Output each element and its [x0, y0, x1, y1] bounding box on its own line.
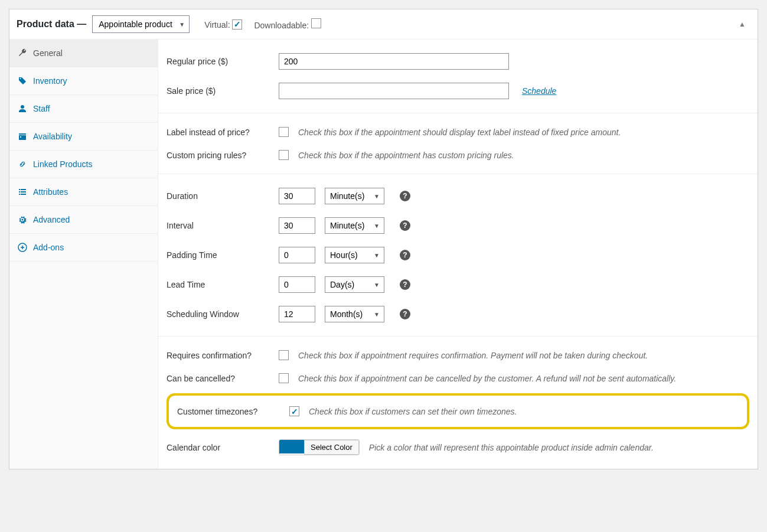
product-type-select-wrap: Appointable product [92, 15, 190, 33]
padding-input[interactable] [279, 247, 315, 263]
padding-row: Padding Time Hour(s) ? [167, 240, 749, 270]
regular-price-row: Regular price ($) [167, 47, 749, 76]
content: Regular price ($) Sale price ($) Schedul… [158, 40, 758, 469]
schedule-link[interactable]: Schedule [522, 86, 556, 96]
custom-pricing-hint: Check this box if the appointment has cu… [298, 151, 514, 160]
product-type-select[interactable]: Appointable product [92, 15, 190, 33]
wrench-icon [18, 48, 27, 58]
duration-section: Duration Minute(s) ? Interval Minute(s) … [158, 174, 758, 337]
duration-input[interactable] [279, 188, 315, 204]
window-label: Scheduling Window [167, 309, 273, 319]
sidebar-item-label: Attributes [33, 187, 68, 197]
sidebar-item-label: Staff [33, 104, 50, 113]
help-icon[interactable]: ? [400, 191, 410, 201]
sidebar-item-general[interactable]: General [9, 40, 158, 67]
sidebar-item-availability[interactable]: Availability [9, 123, 158, 151]
panel-header: Product data — Appointable product Virtu… [9, 9, 758, 39]
lead-row: Lead Time Day(s) ? [167, 270, 749, 299]
panel-body: General Inventory Staff Availability Lin… [9, 39, 758, 469]
duration-unit[interactable]: Minute(s) [325, 188, 384, 204]
window-row: Scheduling Window Month(s) ? [167, 299, 749, 329]
calendar-color-label: Calendar color [167, 443, 273, 452]
sidebar-item-label: Advanced [33, 215, 70, 224]
requires-confirmation-label: Requires confirmation? [167, 351, 273, 360]
customer-timezones-row: Customer timezones? Check this box if cu… [167, 393, 749, 429]
sidebar: General Inventory Staff Availability Lin… [9, 40, 158, 469]
product-data-panel: Product data — Appointable product Virtu… [9, 9, 758, 469]
link-icon [18, 159, 27, 169]
regular-price-input[interactable] [279, 53, 509, 70]
downloadable-group: Downloadable: [254, 18, 321, 30]
interval-row: Interval Minute(s) ? [167, 211, 749, 240]
confirmation-section: Requires confirmation? Check this box if… [158, 337, 758, 469]
panel-header-left: Product data — Appointable product Virtu… [17, 15, 321, 33]
pricing-section: Regular price ($) Sale price ($) Schedul… [158, 40, 758, 113]
interval-unit[interactable]: Minute(s) [325, 217, 384, 234]
customer-timezones-label: Customer timezones? [177, 407, 283, 416]
padding-unit[interactable]: Hour(s) [325, 247, 384, 263]
person-icon [18, 104, 27, 113]
lead-unit[interactable]: Day(s) [325, 276, 384, 293]
interval-label: Interval [167, 221, 273, 230]
gear-icon [18, 215, 27, 224]
sidebar-item-label: Add-ons [33, 243, 64, 252]
interval-input[interactable] [279, 217, 315, 234]
can-be-cancelled-hint: Check this box if appointment can be can… [298, 374, 676, 383]
can-be-cancelled-row: Can be cancelled? Check this box if appo… [167, 367, 749, 390]
regular-price-label: Regular price ($) [167, 57, 273, 66]
sidebar-item-advanced[interactable]: Advanced [9, 206, 158, 234]
help-icon[interactable]: ? [400, 309, 410, 319]
sidebar-item-staff[interactable]: Staff [9, 95, 158, 123]
downloadable-checkbox[interactable] [311, 18, 321, 28]
calendar-icon [18, 132, 27, 141]
panel-title: Product data — [17, 19, 86, 30]
virtual-checkbox[interactable] [232, 19, 242, 30]
lead-input[interactable] [279, 276, 315, 293]
virtual-group: Virtual: [204, 19, 242, 30]
plus-icon [18, 243, 27, 252]
sidebar-item-label: Linked Products [33, 159, 92, 169]
sidebar-item-label: General [33, 48, 63, 58]
sidebar-item-attributes[interactable]: Attributes [9, 178, 158, 206]
sale-price-input[interactable] [279, 83, 509, 99]
sidebar-item-label: Inventory [33, 76, 67, 86]
downloadable-label: Downloadable: [254, 21, 309, 30]
sidebar-item-inventory[interactable]: Inventory [9, 67, 158, 95]
color-swatch[interactable] [279, 440, 305, 453]
label-instead-row: Label instead of price? Check this box i… [167, 120, 749, 143]
calendar-color-row: Calendar color Select Color Pick a color… [167, 433, 749, 462]
select-color-button[interactable]: Select Color [304, 440, 359, 455]
calendar-color-hint: Pick a color that will represent this ap… [369, 443, 654, 452]
duration-label: Duration [167, 191, 273, 201]
duration-row: Duration Minute(s) ? [167, 181, 749, 211]
label-instead-checkbox[interactable] [279, 127, 289, 137]
customer-timezones-hint: Check this box if customers can set thei… [309, 407, 517, 416]
window-input[interactable] [279, 306, 315, 322]
custom-pricing-row: Custom pricing rules? Check this box if … [167, 143, 749, 167]
list-icon [18, 187, 27, 197]
customer-timezones-checkbox[interactable] [289, 406, 299, 416]
help-icon[interactable]: ? [400, 279, 410, 290]
label-instead-label: Label instead of price? [167, 128, 273, 137]
requires-confirmation-row: Requires confirmation? Check this box if… [167, 344, 749, 367]
custom-pricing-checkbox[interactable] [279, 150, 289, 160]
sidebar-item-linked-products[interactable]: Linked Products [9, 151, 158, 178]
color-picker: Select Color [279, 439, 360, 455]
sale-price-row: Sale price ($) Schedule [167, 76, 749, 106]
header-options: Virtual: Downloadable: [204, 18, 321, 30]
can-be-cancelled-label: Can be cancelled? [167, 374, 273, 383]
requires-confirmation-hint: Check this box if appointment requires c… [298, 351, 648, 360]
help-icon[interactable]: ? [400, 250, 410, 260]
requires-confirmation-checkbox[interactable] [279, 350, 289, 360]
tag-icon [18, 76, 27, 86]
sidebar-item-label: Availability [33, 132, 72, 141]
help-icon[interactable]: ? [400, 220, 410, 231]
sidebar-item-addons[interactable]: Add-ons [9, 234, 158, 262]
label-instead-hint: Check this box if the appointment should… [298, 128, 621, 137]
window-unit[interactable]: Month(s) [325, 306, 384, 322]
panel-collapse-toggle[interactable]: ▲ [734, 18, 750, 31]
lead-label: Lead Time [167, 280, 273, 289]
virtual-label: Virtual: [204, 19, 230, 29]
padding-label: Padding Time [167, 250, 273, 260]
can-be-cancelled-checkbox[interactable] [279, 373, 289, 383]
